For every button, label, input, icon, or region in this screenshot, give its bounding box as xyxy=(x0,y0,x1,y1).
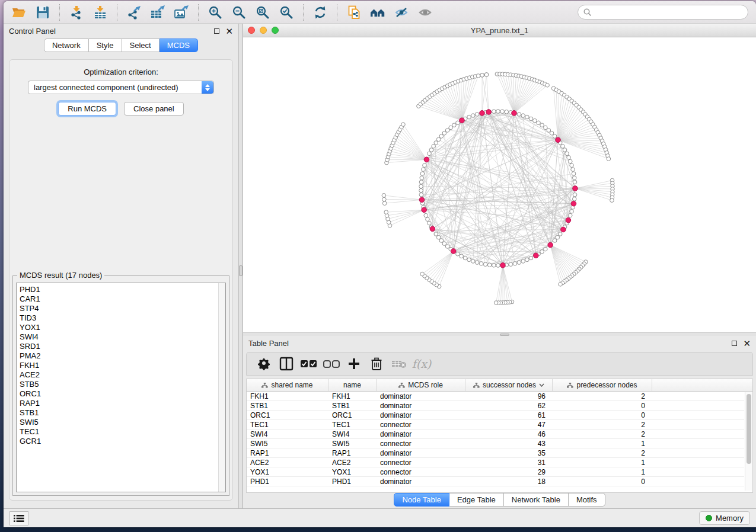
table-cell: 61 xyxy=(465,411,553,419)
search-input[interactable] xyxy=(578,5,748,20)
export-image-button[interactable] xyxy=(170,3,193,22)
open-folder-icon xyxy=(12,5,26,20)
float-window-icon[interactable] xyxy=(214,28,219,34)
tab-select[interactable]: Select xyxy=(122,39,160,52)
mcds-result-item[interactable]: GCR1 xyxy=(17,437,218,446)
split-columns-icon xyxy=(279,357,294,371)
float-window-icon[interactable] xyxy=(732,341,737,346)
mcds-result-item[interactable]: PHD1 xyxy=(17,285,218,294)
mcds-result-item[interactable]: ORC1 xyxy=(17,389,218,399)
zoom-out-button[interactable] xyxy=(227,3,251,22)
table-settings-button[interactable] xyxy=(253,354,275,373)
import-table-button[interactable] xyxy=(88,3,112,22)
run-mcds-button[interactable]: Run MCDS xyxy=(58,102,116,116)
table-cell xyxy=(652,420,744,429)
mcds-result-item[interactable]: SWI4 xyxy=(17,332,218,342)
create-column-button[interactable] xyxy=(343,354,365,373)
tab-style[interactable]: Style xyxy=(89,39,122,52)
table-row[interactable]: FKH1FKH1dominator962 xyxy=(247,392,744,401)
new-network-from-selection-button[interactable] xyxy=(342,3,366,22)
mcds-result-item[interactable]: TID3 xyxy=(17,313,218,323)
save-button[interactable] xyxy=(31,3,55,22)
network-canvas[interactable] xyxy=(243,37,756,332)
zoom-fit-button[interactable] xyxy=(251,3,275,22)
mcds-result-item[interactable]: ACE2 xyxy=(17,370,218,380)
import-network-button[interactable] xyxy=(65,3,88,22)
mcds-result-item[interactable]: FKH1 xyxy=(17,361,218,370)
refresh-icon xyxy=(313,5,327,20)
column-header-shared-name[interactable]: shared name xyxy=(247,379,328,391)
tab-network-table[interactable]: Network Table xyxy=(504,493,569,507)
table-cell: STB1 xyxy=(247,401,328,410)
zoom-selected-button[interactable] xyxy=(275,3,298,22)
table-row[interactable]: YOX1YOX1connector291 xyxy=(247,467,744,477)
mcds-result-item[interactable]: STB5 xyxy=(17,380,218,389)
memory-button[interactable]: Memory xyxy=(699,511,750,525)
mcds-result-list[interactable]: PHD1CAR1STP4TID3YOX1SWI4SRD1PMA2FKH1ACE2… xyxy=(16,283,226,492)
gear-icon xyxy=(257,357,270,370)
table-row[interactable]: SWI4SWI4dominator462 xyxy=(247,430,744,439)
mcds-result-item[interactable]: STB1 xyxy=(17,408,218,418)
table-scrollbar[interactable] xyxy=(745,392,752,491)
column-type-icon xyxy=(398,383,405,388)
table-row[interactable]: RAP1RAP1dominator352 xyxy=(247,448,744,458)
zoom-in-button[interactable] xyxy=(203,3,227,22)
optimization-criterion-select[interactable]: largest connected component (undirected) xyxy=(28,81,214,94)
table-row[interactable]: PHD1PHD1dominator180 xyxy=(247,477,744,486)
mcds-result-item[interactable]: RAP1 xyxy=(17,399,218,408)
vertical-splitter[interactable] xyxy=(238,24,243,508)
select-all-columns-button[interactable] xyxy=(298,354,320,373)
table-cell: ORC1 xyxy=(328,411,377,419)
destroy-table-button[interactable] xyxy=(388,354,410,373)
splitter-handle[interactable] xyxy=(239,265,243,276)
select-value: largest connected component (undirected) xyxy=(34,83,178,92)
mcds-result-group: MCDS result (17 nodes) PHD1CAR1STP4TID3Y… xyxy=(12,275,229,496)
delete-table-icon xyxy=(391,359,407,368)
mcds-result-item[interactable]: CAR1 xyxy=(17,294,218,304)
toggle-panel-columns-button[interactable] xyxy=(275,354,298,373)
table-row[interactable]: ORC1ORC1dominator610 xyxy=(247,411,744,420)
close-panel-button[interactable]: Close panel xyxy=(124,102,184,116)
column-header-name[interactable]: name xyxy=(328,379,377,391)
double-house-button[interactable] xyxy=(366,3,390,22)
table-row[interactable]: TEC1TEC1connector472 xyxy=(247,420,744,430)
mcds-result-item[interactable]: SWI5 xyxy=(17,418,218,427)
table-row[interactable]: STB1STB1dominator620 xyxy=(247,401,744,411)
apply-layout-button[interactable] xyxy=(308,3,332,22)
function-builder-button[interactable]: f(x) xyxy=(410,354,433,373)
tab-network[interactable]: Network xyxy=(44,39,89,52)
toolbar-separator xyxy=(303,4,304,21)
table-scrollbar-thumb[interactable] xyxy=(747,394,751,464)
table-cell: 43 xyxy=(465,439,553,448)
table-cell: SWI4 xyxy=(328,430,377,438)
mcds-result-item[interactable]: TEC1 xyxy=(17,427,218,437)
deselect-all-columns-button[interactable] xyxy=(320,354,343,373)
export-table-button[interactable] xyxy=(146,3,170,22)
mcds-list-scrollbar[interactable] xyxy=(218,283,225,492)
network-window-titlebar[interactable]: YPA_prune.txt_1 xyxy=(243,24,756,37)
mcds-result-item[interactable]: SRD1 xyxy=(17,342,218,351)
mcds-result-item[interactable]: PMA2 xyxy=(17,351,218,361)
column-header-successor-nodes[interactable]: successor nodes xyxy=(465,379,553,391)
tab-edge-table[interactable]: Edge Table xyxy=(449,493,504,507)
optimization-criterion-label: Optimization criterion: xyxy=(9,68,232,76)
export-network-button[interactable] xyxy=(122,3,146,22)
tab-mcds[interactable]: MCDS xyxy=(160,39,198,52)
close-panel-icon[interactable]: ✕ xyxy=(225,28,233,34)
table-row[interactable]: ACE2ACE2connector311 xyxy=(247,458,744,467)
close-panel-icon[interactable]: ✕ xyxy=(743,341,751,346)
column-header-mcds-role[interactable]: MCDS role xyxy=(377,379,465,391)
task-history-button[interactable] xyxy=(9,511,28,525)
mcds-result-item[interactable]: STP4 xyxy=(17,304,218,313)
column-header-filler xyxy=(652,379,752,391)
tab-motifs[interactable]: Motifs xyxy=(569,493,605,507)
tab-node-table[interactable]: Node Table xyxy=(394,493,449,507)
show-all-button[interactable] xyxy=(413,3,437,22)
eye-icon xyxy=(418,5,432,20)
open-button[interactable] xyxy=(7,3,31,22)
mcds-result-item[interactable]: YOX1 xyxy=(17,323,218,332)
column-header-predecessor-nodes[interactable]: predecessor nodes xyxy=(553,379,652,391)
delete-columns-button[interactable] xyxy=(365,354,388,373)
table-row[interactable]: SWI5SWI5connector431 xyxy=(247,439,744,448)
hide-selected-button[interactable] xyxy=(390,3,413,22)
